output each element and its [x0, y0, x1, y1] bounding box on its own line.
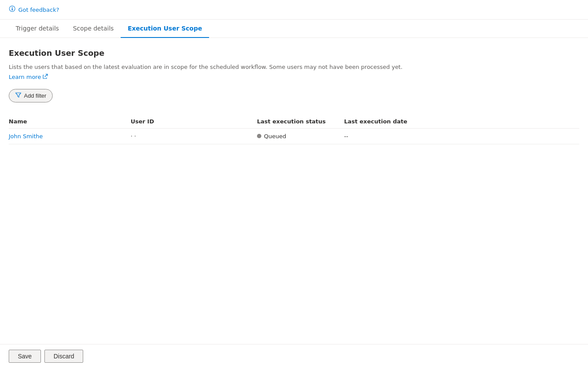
tab-trigger-details[interactable]: Trigger details — [9, 20, 66, 38]
users-table: Name User ID Last execution status Last … — [9, 115, 579, 144]
column-last-execution-status: Last execution status — [257, 115, 344, 129]
footer: Save Discard — [0, 344, 588, 368]
feedback-link[interactable]: Got feedback? — [18, 7, 59, 13]
tab-scope-details[interactable]: Scope details — [66, 20, 121, 38]
main-content: Execution User Scope Lists the users tha… — [0, 38, 588, 344]
table-header-row: Name User ID Last execution status Last … — [9, 115, 579, 129]
column-last-execution-date: Last execution date — [344, 115, 579, 129]
user-name-link[interactable]: John Smithe — [9, 133, 43, 140]
status-label: Queued — [264, 133, 286, 140]
external-link-icon — [43, 74, 48, 80]
column-user-id: User ID — [131, 115, 257, 129]
cell-user-id: · · — [131, 128, 257, 144]
page-title: Execution User Scope — [9, 48, 579, 58]
filter-icon — [15, 92, 21, 99]
table-row: John Smithe· ·Queued-- — [9, 128, 579, 144]
cell-status: Queued — [257, 128, 344, 144]
learn-more-link[interactable]: Learn more — [9, 74, 48, 80]
tab-execution-user-scope[interactable]: Execution User Scope — [121, 20, 209, 38]
column-name: Name — [9, 115, 131, 129]
cell-name: John Smithe — [9, 128, 131, 144]
tab-navigation: Trigger details Scope details Execution … — [0, 20, 588, 38]
status-dot — [257, 134, 261, 138]
feedback-bar: Got feedback? — [0, 0, 588, 20]
cell-last-execution-date: -- — [344, 128, 579, 144]
save-button[interactable]: Save — [9, 350, 41, 363]
discard-button[interactable]: Discard — [44, 350, 83, 363]
feedback-icon — [9, 5, 16, 14]
learn-more-label: Learn more — [9, 74, 41, 80]
add-filter-button[interactable]: Add filter — [9, 89, 53, 102]
description-text: Lists the users that based on the latest… — [9, 63, 579, 72]
add-filter-label: Add filter — [24, 92, 46, 99]
